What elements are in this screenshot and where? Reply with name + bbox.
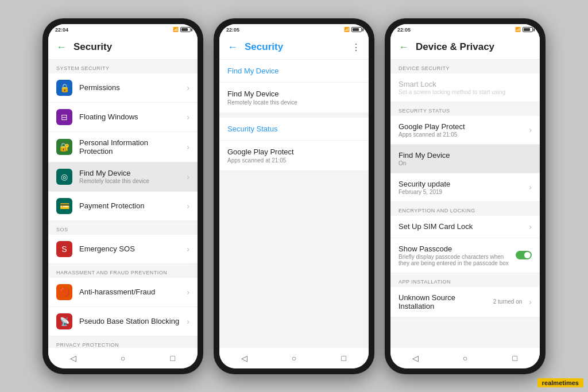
status-time-1: 22:04 <box>55 27 68 33</box>
section-system-security: SYSTEM SECURITY <box>48 60 198 73</box>
google-play-title: Google Play Protect <box>227 148 361 156</box>
list-item-smart-lock: Smart Lock Set a screen locking method t… <box>390 73 540 102</box>
permissions-icon: 🔒 <box>56 80 72 96</box>
battery-icon-3 <box>523 27 533 32</box>
unknown-source-title: Unknown Source Installation <box>399 293 486 311</box>
back-arrow-2[interactable]: ← <box>227 41 238 53</box>
chevron-floating: › <box>187 112 189 122</box>
watermark: realmetimes <box>537 378 583 387</box>
antiharass-icon: 🚫 <box>56 284 72 300</box>
back-arrow-1[interactable]: ← <box>56 41 67 53</box>
status-bar-1: 22:04 📶 <box>48 24 198 36</box>
google-play-sub-3: Apps scanned at 21:05 <box>399 131 522 138</box>
list-item-pseudo[interactable]: 📡 Pseudo Base Station Blocking › <box>48 307 198 336</box>
back-arrow-3[interactable]: ← <box>399 41 409 53</box>
section-security-status: SECURITY STATUS <box>390 102 540 116</box>
google-play-title-3: Google Play Protect <box>399 122 522 131</box>
phone-3: 22:05 📶 ← Device & Privacy DEVICE SECURI… <box>385 18 546 374</box>
floating-windows-icon: ⊟ <box>56 109 72 125</box>
status-time-2: 22:05 <box>226 27 239 33</box>
find-device-title-1: Find My Device <box>79 169 180 177</box>
header-title-3: Device & Privacy <box>416 41 494 53</box>
personal-info-title: Personal Information Protection <box>79 138 180 156</box>
header-title-1: Security <box>74 41 112 53</box>
chevron-personal: › <box>187 142 189 152</box>
find-device-icon-1: ◎ <box>56 169 72 185</box>
list-item-find-device-1[interactable]: ◎ Find My Device Remotely locate this de… <box>48 162 198 192</box>
status-time-3: 22:05 <box>397 27 411 33</box>
security-status-link[interactable]: Security Status <box>219 118 369 141</box>
divider-2 <box>219 113 369 118</box>
chevron-payment: › <box>187 201 189 211</box>
list-item-payment[interactable]: 💳 Payment Protection › <box>48 192 198 221</box>
scroll-content-3: DEVICE SECURITY Smart Lock Set a screen … <box>390 60 540 347</box>
chevron-permissions: › <box>187 83 189 92</box>
antiharass-title: Anti-harassment/Fraud <box>79 288 180 296</box>
list-item-personal-info[interactable]: 🔐 Personal Information Protection › <box>48 132 198 162</box>
nav-home-1[interactable]: ○ <box>116 351 130 365</box>
status-bar-2: 22:05 📶 <box>219 24 369 36</box>
list-item-floating-windows[interactable]: ⊟ Floating Windows › <box>48 103 198 132</box>
smart-lock-title: Smart Lock <box>399 80 532 88</box>
nav-bar-3: ◁ ○ □ <box>390 347 540 368</box>
chevron-antiharass: › <box>187 288 189 297</box>
list-item-show-passcode[interactable]: Show Passcode Briefly display passcode c… <box>390 238 540 273</box>
list-item-find-device-3[interactable]: Find My Device On <box>390 145 540 173</box>
nav-back-1[interactable]: ◁ <box>66 351 80 365</box>
chevron-pseudo: › <box>187 317 189 326</box>
nav-home-3[interactable]: ○ <box>458 351 472 365</box>
phone-2-screen: 22:05 📶 ← Security ⋮ Find My Device Find… <box>219 24 369 368</box>
find-device-title-3: Find My Device <box>399 151 532 160</box>
sos-icon: S <box>56 241 72 257</box>
find-device-sub-2: Remotely locate this device <box>227 99 361 106</box>
google-play-item[interactable]: Google Play Protect Apps scanned at 21:0… <box>219 141 369 171</box>
chevron-unknown-source: › <box>529 297 532 306</box>
security-update-sub: February 5, 2019 <box>399 189 522 195</box>
security-update-title: Security update <box>399 180 522 188</box>
nav-back-2[interactable]: ◁ <box>237 351 251 365</box>
section-device-security: DEVICE SECURITY <box>390 60 540 73</box>
nav-recent-1[interactable]: □ <box>166 351 180 365</box>
phone-1: 22:04 📶 ← Security SYSTEM SECURITY 🔒 Per… <box>42 18 203 374</box>
find-device-item-2[interactable]: Find My Device Remotely locate this devi… <box>219 83 369 113</box>
phone-1-screen: 22:04 📶 ← Security SYSTEM SECURITY 🔒 Per… <box>48 24 198 368</box>
more-icon-2[interactable]: ⋮ <box>351 42 361 53</box>
pseudo-icon: 📡 <box>56 313 72 329</box>
personal-info-icon: 🔐 <box>56 139 72 155</box>
nav-recent-2[interactable]: □ <box>337 351 351 365</box>
list-item-google-play[interactable]: Google Play Protect Apps scanned at 21:0… <box>390 116 540 145</box>
nav-home-2[interactable]: ○ <box>287 351 301 365</box>
scroll-content-1: SYSTEM SECURITY 🔒 Permissions › ⊟ Floati… <box>48 60 198 347</box>
payment-title: Payment Protection <box>79 201 180 210</box>
chevron-sim-lock: › <box>529 222 532 231</box>
list-item-sos[interactable]: S Emergency SOS › <box>48 235 198 264</box>
section-harassment: HARASSMENT AND FRAUD PREVENTION <box>48 264 198 278</box>
list-item-security-update[interactable]: Security update February 5, 2019 › <box>390 173 540 202</box>
find-device-sub-3: On <box>399 160 532 166</box>
battery-icon-1 <box>180 27 191 32</box>
list-item-antiharass[interactable]: 🚫 Anti-harassment/Fraud › <box>48 278 198 307</box>
header-2: ← Security ⋮ <box>219 36 369 60</box>
status-icons-3: 📶 <box>515 27 533 32</box>
list-item-permissions[interactable]: 🔒 Permissions › <box>48 73 198 103</box>
scroll-content-2: Find My Device Find My Device Remotely l… <box>219 60 369 347</box>
smart-lock-sub: Set a screen locking method to start usi… <box>399 89 532 95</box>
find-device-title-2: Find My Device <box>227 90 361 98</box>
find-device-sub-1: Remotely locate this device <box>79 178 180 184</box>
nav-bar-2: ◁ ○ □ <box>219 347 369 368</box>
chevron-sos: › <box>187 244 189 254</box>
nav-recent-3[interactable]: □ <box>508 351 522 365</box>
phone-2: 22:05 📶 ← Security ⋮ Find My Device Find… <box>214 18 374 374</box>
chevron-security-update: › <box>529 183 532 192</box>
passcode-toggle[interactable] <box>516 251 532 259</box>
battery-icon-2 <box>351 27 362 32</box>
find-my-device-link[interactable]: Find My Device <box>219 60 369 83</box>
status-icons-1: 📶 <box>173 27 191 32</box>
list-item-unknown-source[interactable]: Unknown Source Installation 2 turned on … <box>390 287 540 317</box>
passcode-title: Show Passcode <box>399 244 509 253</box>
sim-lock-title: Set Up SIM Card Lock <box>399 222 522 231</box>
list-item-sim-lock[interactable]: Set Up SIM Card Lock › <box>390 216 540 238</box>
section-privacy: PRIVACY PROTECTION <box>48 336 198 347</box>
phone-3-screen: 22:05 📶 ← Device & Privacy DEVICE SECURI… <box>390 24 540 368</box>
nav-back-3[interactable]: ◁ <box>408 351 422 365</box>
